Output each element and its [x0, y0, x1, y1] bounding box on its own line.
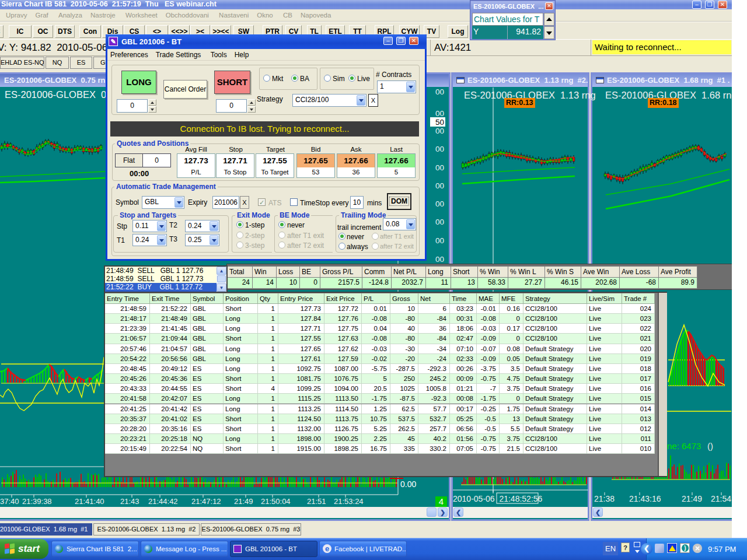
svg-text:21:50:04: 21:50:04 — [261, 497, 291, 506]
svg-text:21:49: 21:49 — [234, 497, 253, 506]
svg-text:(): () — [707, 441, 713, 451]
svg-text:00: 00 — [435, 88, 444, 96]
svg-text:37:40: 37:40 — [0, 497, 19, 506]
svg-text:ES-201006-GLOBEX 0.: ES-201006-GLOBEX 0. — [5, 89, 109, 100]
svg-text:21:49: 21:49 — [682, 494, 702, 503]
svg-text:21:47:12: 21:47:12 — [191, 497, 221, 506]
svg-text:21:38: 21:38 — [594, 494, 615, 503]
svg-text:21:51: 21:51 — [307, 497, 326, 506]
svg-text:00: 00 — [435, 127, 444, 135]
svg-text:21:39:38: 21:39:38 — [22, 497, 52, 506]
svg-text:50: 50 — [435, 118, 444, 127]
svg-text:ne: 6473: ne: 6473 — [667, 441, 701, 451]
svg-text:00: 00 — [435, 236, 444, 245]
svg-text:21:53:24: 21:53:24 — [334, 497, 364, 506]
svg-text:0.00: 0.00 — [400, 480, 416, 489]
svg-text:21:43:16: 21:43:16 — [629, 494, 661, 503]
svg-text:21:43: 21:43 — [120, 497, 139, 506]
svg-text:00: 00 — [435, 145, 444, 153]
svg-text:00: 00 — [435, 200, 444, 208]
svg-text:00: 00 — [435, 181, 444, 190]
svg-text:00: 00 — [435, 218, 444, 226]
svg-text:21:44:42: 21:44:42 — [148, 497, 178, 506]
svg-text:21:41:40: 21:41:40 — [75, 497, 104, 506]
svg-text:2010-05-06 21:48:52:56: 2010-05-06 21:48:52:56 — [453, 494, 543, 503]
svg-text:00: 00 — [435, 255, 444, 264]
svg-text:00: 00 — [435, 109, 444, 118]
svg-text:00: 00 — [435, 163, 444, 172]
